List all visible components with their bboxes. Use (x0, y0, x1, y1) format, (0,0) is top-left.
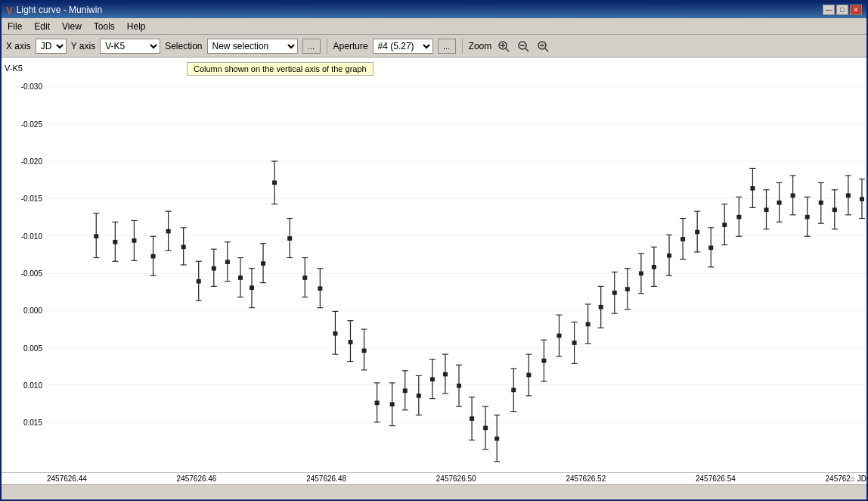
zoom-out-button[interactable] (516, 39, 531, 54)
titlebar: V Light curve - Muniwin — □ ✕ (2, 2, 866, 18)
svg-rect-160 (586, 322, 591, 327)
svg-rect-48 (197, 279, 201, 284)
svg-rect-24 (94, 234, 98, 238)
svg-rect-216 (777, 201, 782, 205)
toolbar: X axis JD Y axis V-K5 Selection New sele… (2, 35, 866, 58)
svg-rect-144 (526, 373, 531, 378)
svg-rect-52 (212, 266, 216, 271)
svg-line-5 (525, 48, 529, 51)
xlabel-1: 2457626.44 (47, 475, 87, 483)
svg-rect-172 (625, 287, 630, 291)
separator2 (462, 39, 463, 54)
svg-rect-232 (832, 207, 837, 212)
window-title: Light curve - Muniwin (17, 5, 102, 15)
svg-rect-68 (261, 261, 265, 266)
svg-rect-196 (708, 245, 713, 250)
svg-rect-128 (470, 416, 474, 421)
svg-rect-60 (238, 275, 243, 280)
svg-rect-96 (362, 349, 367, 353)
zoom-in-button[interactable] (496, 39, 511, 54)
svg-rect-108 (403, 388, 408, 393)
svg-rect-56 (225, 260, 230, 264)
aperture-options-button[interactable]: ... (438, 39, 456, 54)
svg-rect-164 (599, 305, 603, 310)
svg-rect-152 (556, 334, 561, 338)
svg-rect-44 (181, 245, 186, 250)
svg-rect-80 (302, 275, 307, 280)
column-tooltip: Column shown on the vertical axis of the… (187, 62, 374, 76)
aperture-label: Aperture (333, 41, 368, 51)
svg-rect-140 (511, 388, 516, 393)
svg-rect-84 (318, 286, 322, 291)
svg-line-8 (545, 48, 548, 51)
maximize-button[interactable]: □ (836, 5, 848, 15)
close-button[interactable]: ✕ (850, 5, 862, 15)
yaxis-select[interactable]: V-K5 (100, 39, 160, 54)
xlabel-7: 245762⌂ JD (826, 475, 866, 483)
menu-tools[interactable]: Tools (88, 20, 121, 33)
xlabel-6: 2457626.54 (696, 475, 736, 483)
svg-rect-148 (541, 359, 546, 363)
svg-rect-188 (680, 237, 685, 241)
yaxis-container: V-K5 (2, 58, 47, 472)
yaxis-label: Y axis (71, 41, 95, 51)
menu-view[interactable]: View (56, 20, 88, 33)
svg-rect-28 (113, 240, 117, 244)
svg-rect-208 (750, 186, 755, 191)
menu-edit[interactable]: Edit (28, 20, 56, 33)
svg-rect-156 (572, 341, 577, 345)
svg-rect-132 (483, 426, 488, 431)
svg-rect-124 (457, 384, 461, 388)
svg-line-1 (506, 48, 509, 51)
svg-rect-228 (819, 201, 823, 205)
svg-rect-72 (272, 181, 277, 185)
zoom-reset-button[interactable] (535, 39, 550, 54)
xlabel-3: 2457626.48 (306, 475, 346, 483)
svg-rect-236 (846, 194, 851, 198)
xaxis-label: X axis (6, 41, 31, 51)
svg-rect-212 (764, 207, 769, 212)
svg-rect-120 (443, 372, 448, 377)
svg-rect-200 (722, 222, 727, 227)
statusbar (2, 484, 866, 499)
svg-rect-64 (250, 285, 254, 290)
xlabel-5: 2457626.52 (566, 475, 606, 483)
svg-rect-176 (639, 272, 643, 276)
minimize-button[interactable]: — (823, 5, 835, 15)
chart-svg (47, 58, 866, 472)
svg-rect-40 (166, 229, 171, 234)
xlabel-2: 2457626.46 (177, 475, 217, 483)
svg-rect-112 (417, 394, 421, 398)
svg-rect-100 (375, 401, 380, 406)
menubar: File Edit View Tools Help (2, 18, 866, 35)
svg-rect-180 (652, 265, 656, 269)
menu-file[interactable]: File (2, 20, 28, 33)
aperture-select[interactable]: #4 (5.27) (373, 39, 433, 54)
svg-rect-92 (348, 340, 352, 344)
svg-rect-136 (494, 437, 499, 441)
svg-rect-104 (390, 402, 395, 406)
svg-rect-168 (612, 291, 617, 295)
menu-help[interactable]: Help (121, 20, 152, 33)
app-logo: V (6, 5, 13, 16)
zoom-label: Zoom (469, 41, 492, 51)
svg-rect-36 (151, 254, 156, 259)
separator1 (327, 39, 327, 54)
svg-rect-184 (667, 254, 671, 258)
svg-rect-224 (805, 215, 810, 219)
svg-rect-76 (287, 236, 292, 241)
svg-rect-88 (333, 331, 337, 336)
xaxis-labels: 2457626.44 2457626.46 2457626.48 2457626… (2, 472, 866, 484)
svg-rect-116 (430, 377, 435, 381)
yaxis-main-label: V-K5 (5, 64, 23, 73)
svg-rect-220 (791, 194, 795, 198)
svg-rect-204 (736, 215, 741, 219)
xlabel-4: 2457626.50 (436, 475, 476, 483)
selection-options-button[interactable]: ... (302, 39, 321, 54)
svg-rect-192 (695, 230, 699, 235)
svg-rect-240 (860, 197, 864, 201)
selection-label: Selection (165, 41, 202, 51)
svg-rect-32 (132, 238, 136, 243)
xaxis-select[interactable]: JD (36, 39, 67, 54)
selection-select[interactable]: New selection (207, 39, 298, 54)
